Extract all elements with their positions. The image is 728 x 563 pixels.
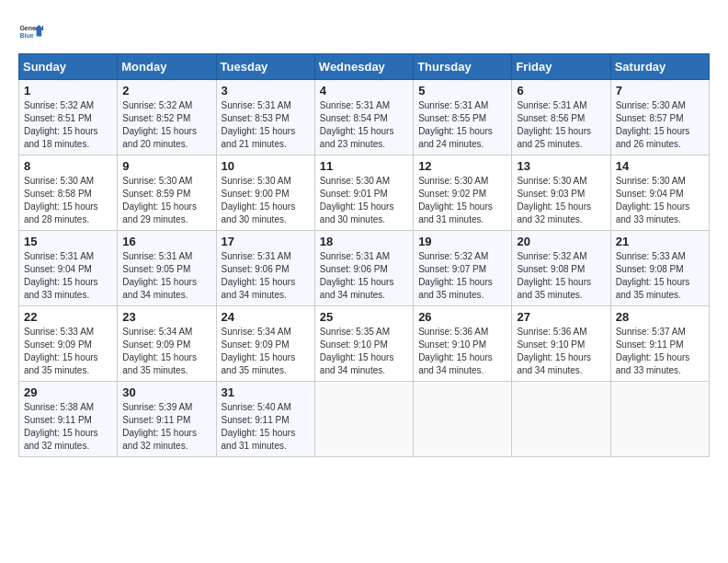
calendar-cell: 4Sunrise: 5:31 AMSunset: 8:54 PMDaylight… [314, 80, 413, 155]
calendar-cell: 22Sunrise: 5:33 AMSunset: 9:09 PMDayligh… [19, 306, 118, 382]
calendar-cell: 27Sunrise: 5:36 AMSunset: 9:10 PMDayligh… [512, 306, 610, 382]
day-number: 9 [122, 159, 210, 173]
day-number: 30 [122, 385, 210, 399]
calendar-cell: 17Sunrise: 5:31 AMSunset: 9:06 PMDayligh… [216, 231, 314, 306]
day-info: Sunrise: 5:32 AMSunset: 9:07 PMDaylight:… [418, 250, 506, 302]
calendar-cell: 9Sunrise: 5:30 AMSunset: 8:59 PMDaylight… [118, 155, 216, 231]
day-number: 29 [24, 385, 112, 399]
weekday-header-tuesday: Tuesday [216, 54, 314, 80]
calendar-cell: 2Sunrise: 5:32 AMSunset: 8:52 PMDaylight… [118, 80, 216, 155]
calendar-cell: 26Sunrise: 5:36 AMSunset: 9:10 PMDayligh… [414, 306, 512, 382]
day-info: Sunrise: 5:31 AMSunset: 9:06 PMDaylight:… [222, 250, 310, 302]
calendar-cell: 5Sunrise: 5:31 AMSunset: 8:55 PMDaylight… [414, 80, 512, 155]
calendar-cell: 19Sunrise: 5:32 AMSunset: 9:07 PMDayligh… [414, 231, 512, 306]
calendar-cell: 10Sunrise: 5:30 AMSunset: 9:00 PMDayligh… [216, 155, 314, 231]
logo: General Blue [18, 18, 48, 44]
day-number: 15 [24, 235, 112, 248]
day-number: 23 [122, 310, 210, 324]
day-info: Sunrise: 5:30 AMSunset: 8:57 PMDaylight:… [616, 99, 704, 151]
calendar-week-3: 15Sunrise: 5:31 AMSunset: 9:04 PMDayligh… [19, 231, 710, 306]
day-info: Sunrise: 5:30 AMSunset: 8:59 PMDaylight:… [122, 175, 210, 226]
day-info: Sunrise: 5:31 AMSunset: 8:55 PMDaylight:… [418, 99, 506, 151]
weekday-header-wednesday: Wednesday [314, 54, 413, 80]
day-number: 21 [616, 235, 704, 248]
day-info: Sunrise: 5:31 AMSunset: 9:04 PMDaylight:… [24, 250, 112, 302]
calendar-cell [610, 382, 709, 457]
day-number: 31 [222, 385, 310, 399]
day-number: 4 [320, 84, 408, 98]
day-number: 1 [24, 84, 112, 98]
day-info: Sunrise: 5:38 AMSunset: 9:11 PMDaylight:… [24, 401, 112, 453]
weekday-header-thursday: Thursday [414, 54, 512, 80]
day-number: 16 [122, 235, 210, 248]
day-info: Sunrise: 5:31 AMSunset: 9:06 PMDaylight:… [320, 250, 408, 302]
day-info: Sunrise: 5:40 AMSunset: 9:11 PMDaylight:… [222, 401, 310, 453]
calendar-cell: 16Sunrise: 5:31 AMSunset: 9:05 PMDayligh… [118, 231, 216, 306]
day-number: 20 [517, 235, 605, 248]
day-number: 7 [616, 84, 704, 98]
day-number: 11 [320, 159, 408, 173]
day-info: Sunrise: 5:30 AMSunset: 9:00 PMDaylight:… [222, 175, 310, 226]
day-info: Sunrise: 5:31 AMSunset: 8:56 PMDaylight:… [517, 99, 605, 151]
day-info: Sunrise: 5:30 AMSunset: 9:03 PMDaylight:… [517, 175, 605, 226]
calendar-cell: 18Sunrise: 5:31 AMSunset: 9:06 PMDayligh… [314, 231, 413, 306]
day-info: Sunrise: 5:36 AMSunset: 9:10 PMDaylight:… [418, 326, 506, 377]
day-number: 22 [24, 310, 112, 324]
day-number: 27 [517, 310, 605, 324]
day-info: Sunrise: 5:30 AMSunset: 9:04 PMDaylight:… [616, 175, 704, 226]
calendar-cell: 20Sunrise: 5:32 AMSunset: 9:08 PMDayligh… [512, 231, 610, 306]
weekday-header-sunday: Sunday [19, 54, 118, 80]
day-info: Sunrise: 5:30 AMSunset: 9:01 PMDaylight:… [320, 175, 408, 226]
day-info: Sunrise: 5:30 AMSunset: 8:58 PMDaylight:… [24, 175, 112, 226]
calendar-cell: 28Sunrise: 5:37 AMSunset: 9:11 PMDayligh… [610, 306, 709, 382]
day-info: Sunrise: 5:36 AMSunset: 9:10 PMDaylight:… [517, 326, 605, 377]
calendar-cell [314, 382, 413, 457]
calendar-cell: 7Sunrise: 5:30 AMSunset: 8:57 PMDaylight… [610, 80, 709, 155]
day-number: 19 [418, 235, 506, 248]
calendar-week-4: 22Sunrise: 5:33 AMSunset: 9:09 PMDayligh… [19, 306, 710, 382]
weekday-header-saturday: Saturday [610, 54, 709, 80]
calendar-cell: 15Sunrise: 5:31 AMSunset: 9:04 PMDayligh… [19, 231, 118, 306]
calendar-cell: 25Sunrise: 5:35 AMSunset: 9:10 PMDayligh… [314, 306, 413, 382]
day-info: Sunrise: 5:32 AMSunset: 9:08 PMDaylight:… [517, 250, 605, 302]
weekday-header-friday: Friday [512, 54, 610, 80]
day-number: 5 [418, 84, 506, 98]
day-info: Sunrise: 5:30 AMSunset: 9:02 PMDaylight:… [418, 175, 506, 226]
calendar-cell [512, 382, 610, 457]
day-info: Sunrise: 5:31 AMSunset: 9:05 PMDaylight:… [122, 250, 210, 302]
day-info: Sunrise: 5:37 AMSunset: 9:11 PMDaylight:… [616, 326, 704, 377]
day-number: 24 [222, 310, 310, 324]
calendar-cell: 21Sunrise: 5:33 AMSunset: 9:08 PMDayligh… [610, 231, 709, 306]
calendar-cell: 3Sunrise: 5:31 AMSunset: 8:53 PMDaylight… [216, 80, 314, 155]
calendar-cell: 24Sunrise: 5:34 AMSunset: 9:09 PMDayligh… [216, 306, 314, 382]
day-number: 2 [122, 84, 210, 98]
calendar-cell: 8Sunrise: 5:30 AMSunset: 8:58 PMDaylight… [19, 155, 118, 231]
calendar-cell: 11Sunrise: 5:30 AMSunset: 9:01 PMDayligh… [314, 155, 413, 231]
day-info: Sunrise: 5:32 AMSunset: 8:52 PMDaylight:… [122, 99, 210, 151]
day-number: 12 [418, 159, 506, 173]
day-number: 8 [24, 159, 112, 173]
calendar-cell: 23Sunrise: 5:34 AMSunset: 9:09 PMDayligh… [118, 306, 216, 382]
day-number: 18 [320, 235, 408, 248]
calendar-cell: 1Sunrise: 5:32 AMSunset: 8:51 PMDaylight… [19, 80, 118, 155]
day-info: Sunrise: 5:32 AMSunset: 8:51 PMDaylight:… [24, 99, 112, 151]
calendar-cell: 30Sunrise: 5:39 AMSunset: 9:11 PMDayligh… [118, 382, 216, 457]
day-number: 13 [517, 159, 605, 173]
calendar-week-5: 29Sunrise: 5:38 AMSunset: 9:11 PMDayligh… [19, 382, 710, 457]
day-info: Sunrise: 5:39 AMSunset: 9:11 PMDaylight:… [122, 401, 210, 453]
day-info: Sunrise: 5:33 AMSunset: 9:08 PMDaylight:… [616, 250, 704, 302]
calendar-cell: 29Sunrise: 5:38 AMSunset: 9:11 PMDayligh… [19, 382, 118, 457]
weekday-header-row: SundayMondayTuesdayWednesdayThursdayFrid… [19, 54, 710, 80]
svg-text:Blue: Blue [19, 32, 33, 39]
calendar-cell: 12Sunrise: 5:30 AMSunset: 9:02 PMDayligh… [414, 155, 512, 231]
day-info: Sunrise: 5:34 AMSunset: 9:09 PMDaylight:… [222, 326, 310, 377]
day-info: Sunrise: 5:31 AMSunset: 8:53 PMDaylight:… [222, 99, 310, 151]
day-info: Sunrise: 5:35 AMSunset: 9:10 PMDaylight:… [320, 326, 408, 377]
weekday-header-monday: Monday [118, 54, 216, 80]
day-number: 28 [616, 310, 704, 324]
logo-icon: General Blue [18, 18, 44, 44]
calendar-cell: 14Sunrise: 5:30 AMSunset: 9:04 PMDayligh… [610, 155, 709, 231]
day-info: Sunrise: 5:34 AMSunset: 9:09 PMDaylight:… [122, 326, 210, 377]
calendar-cell: 31Sunrise: 5:40 AMSunset: 9:11 PMDayligh… [216, 382, 314, 457]
calendar-table: SundayMondayTuesdayWednesdayThursdayFrid… [18, 53, 710, 457]
